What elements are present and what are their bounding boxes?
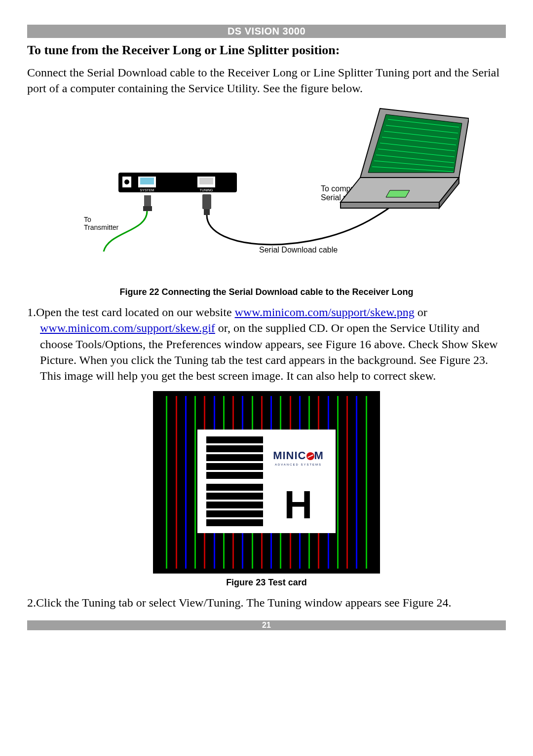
svg-marker-15 (341, 202, 439, 208)
section-heading: To tune from the Receiver Long or Line S… (27, 43, 506, 58)
testcard-stripe (346, 396, 348, 569)
label-serial-cable: Serial Download cable (259, 246, 338, 254)
step-2: 2.Click the Tuning tab or select View/Tu… (27, 595, 506, 611)
testcard-stripe (176, 396, 177, 569)
testcard-stripe (337, 396, 339, 569)
intro-paragraph: Connect the Serial Download cable to the… (27, 65, 506, 97)
skew-gif-link[interactable]: www.minicom.com/support/skew.gif (40, 322, 215, 334)
figure-22-diagram: SYSTEM TUNING To Transmitter (27, 104, 506, 284)
svg-rect-4 (140, 178, 154, 184)
step-1-mid1: or (415, 306, 427, 319)
testcard-stripe (185, 396, 187, 569)
testcard-bars-bottomleft (206, 484, 263, 526)
logo-main-text: MINIC (273, 449, 306, 462)
testcard-bars-topleft (206, 436, 263, 479)
svg-rect-6 (199, 178, 213, 184)
testcard-stripe (366, 396, 367, 569)
testcard-stripe (166, 396, 167, 569)
step-1-pre: Open the test card located on our websit… (36, 306, 235, 319)
laptop-icon (341, 108, 469, 208)
figure-22-caption: Figure 22 Connecting the Serial Download… (27, 287, 506, 297)
label-system: SYSTEM (140, 188, 154, 192)
svg-rect-10 (204, 209, 210, 215)
label-tuning: TUNING (200, 188, 213, 192)
connection-diagram-svg: SYSTEM TUNING To Transmitter (64, 104, 469, 281)
svg-rect-9 (202, 194, 211, 209)
svg-marker-17 (386, 190, 410, 197)
step-2-marker: 2. (27, 596, 36, 609)
logo-tail-text: M (314, 449, 324, 462)
step-1-marker: 1. (27, 306, 36, 319)
test-card-image: MINICM ADVANCED SYSTEMS H (153, 391, 380, 574)
minicom-logo: MINICM ADVANCED SYSTEMS (270, 436, 327, 479)
svg-marker-14 (341, 178, 459, 202)
doc-footer-bar: 21 (27, 620, 506, 630)
testcard-big-h: H (270, 484, 327, 526)
svg-rect-0 (118, 173, 237, 192)
logo-o-icon (306, 452, 314, 460)
svg-rect-8 (143, 206, 152, 211)
doc-header-bar: DS VISION 3000 (27, 25, 506, 38)
skew-png-link[interactable]: www.minicom.com/support/skew.png (235, 306, 415, 319)
label-to-transmitter: To Transmitter (84, 216, 119, 231)
figure-23-testcard: MINICM ADVANCED SYSTEMS H (27, 391, 506, 574)
testcard-stripe (356, 396, 357, 569)
step-2-text: Click the Tuning tab or select View/Tuni… (36, 596, 451, 609)
svg-point-2 (124, 180, 129, 184)
step-1: 1.Open the test card located on our webs… (27, 304, 506, 384)
svg-rect-7 (144, 195, 151, 206)
figure-23-caption: Figure 23 Test card (27, 577, 506, 588)
testcard-stripe (194, 396, 196, 569)
logo-subtext: ADVANCED SYSTEMS (275, 463, 322, 466)
